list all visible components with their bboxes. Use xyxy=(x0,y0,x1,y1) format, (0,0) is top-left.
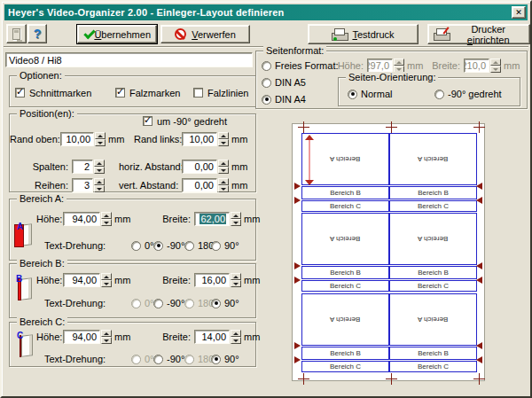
horiz-abstand-field[interactable]: 0,00 xyxy=(182,160,217,174)
fold-mark xyxy=(294,356,301,363)
orientierung-groupbox: Seiten-Orientierung: Normal -90° gedreht xyxy=(338,77,520,106)
bereich-b-breite-field[interactable]: 16,00 xyxy=(194,273,230,287)
printer-setup-button[interactable]: Drucker einrichten xyxy=(427,24,530,44)
mm-unit: mm xyxy=(112,332,130,342)
breite-label: Breite: xyxy=(162,214,194,224)
hoehe-label: Höhe: xyxy=(36,214,63,224)
vert-abstand-spinner[interactable] xyxy=(218,178,229,192)
bereich-c-hoehe-field[interactable]: 94,00 xyxy=(63,330,100,344)
mm-unit: mm xyxy=(241,332,260,342)
radio-icon xyxy=(131,241,141,251)
bereich-a-groupbox: Bereich A: A Höhe: 94,00 mm Breite: 62,0… xyxy=(9,199,256,261)
radio-icon xyxy=(262,61,271,71)
cut-mark xyxy=(298,373,309,385)
din-a4-radio[interactable]: DIN A4 xyxy=(262,94,306,105)
apply-button[interactable]: Übernehmen xyxy=(77,25,157,43)
rotated-checkbox[interactable]: um -90° gedreht xyxy=(140,115,230,127)
fold-mark xyxy=(476,197,482,204)
reihen-row: Reihen: 3 xyxy=(22,178,105,192)
bereich-c-breite-field[interactable]: 14,00 xyxy=(194,330,230,344)
bereich-c-legend: Bereich C: xyxy=(17,316,67,327)
bereich-a-deg0-radio[interactable]: 0° xyxy=(131,240,154,251)
gedreht-radio[interactable]: -90° gedreht xyxy=(434,89,502,99)
bereich-b-degm90-radio[interactable]: -90° xyxy=(153,298,184,308)
bereich-c-deg90-radio[interactable]: 90° xyxy=(211,354,239,364)
schnittmarken-checkbox[interactable]: Schnittmarken xyxy=(15,87,91,98)
testprint-button[interactable]: Testdruck xyxy=(308,24,419,44)
bereich-b-breite-spinner[interactable] xyxy=(231,273,241,287)
measure-arrow xyxy=(305,135,313,185)
checkbox-check-icon xyxy=(143,116,153,126)
din-a5-radio[interactable]: DIN A5 xyxy=(262,77,306,88)
rand-oben-spinner[interactable] xyxy=(95,132,106,146)
bereich-a-hoehe-spinner[interactable] xyxy=(101,212,112,226)
falzmarken-checkbox[interactable]: Falzmarken xyxy=(115,87,180,98)
format-name-input[interactable] xyxy=(5,52,253,67)
close-button[interactable]: ✕ xyxy=(512,6,526,19)
preview-band-c: Bereich C xyxy=(301,280,389,292)
preview-column-2: Bereich ABereich BBereich C Bereich ABer… xyxy=(389,133,477,373)
testprint-button-label: Testdruck xyxy=(352,29,394,40)
help-icon: ? xyxy=(34,27,42,41)
rand-links-spinner[interactable] xyxy=(218,132,229,146)
spalten-row: Spalten: 2 xyxy=(22,160,105,174)
fold-mark xyxy=(294,342,301,349)
horiz-abstand-spinner[interactable] xyxy=(218,160,229,174)
bereich-a-degm90-radio[interactable]: -90° xyxy=(153,240,184,251)
bereich-c-breite-row: Breite: 14,00 mm xyxy=(162,330,260,344)
reihen-spinner[interactable] xyxy=(94,178,105,192)
preview-window-button[interactable] xyxy=(6,24,27,43)
radio-icon xyxy=(184,299,194,308)
preview-band-b: Bereich B xyxy=(389,266,477,279)
seiten-breite-label: Breite: xyxy=(373,60,464,71)
mm-unit: mm xyxy=(241,214,260,224)
radio-icon xyxy=(153,299,163,308)
bereich-a-deg90-radio[interactable]: 90° xyxy=(211,240,239,251)
normal-radio[interactable]: Normal xyxy=(348,89,392,99)
preview-band-b: Bereich B xyxy=(389,347,477,360)
bereich-b-drehung-label: Text-Drehung: xyxy=(44,298,106,308)
title-bar[interactable]: Heyer's Video-Organizer 2.00 - Einleger-… xyxy=(4,4,528,20)
fold-mark xyxy=(476,342,482,349)
bereich-a-breite-spinner[interactable] xyxy=(231,212,241,226)
bereich-c-hoehe-spinner[interactable] xyxy=(101,330,112,344)
preview-band-a: Bereich A xyxy=(389,293,477,346)
preview-band-c: Bereich C xyxy=(389,361,477,372)
mm-unit: mm xyxy=(229,134,247,144)
bereich-b-breite-row: Breite: 16,00 mm xyxy=(162,273,260,287)
seiten-breite-field: 210,0 xyxy=(464,59,489,73)
discard-button[interactable]: Verwerfen xyxy=(160,25,250,43)
orientierung-legend: Seiten-Orientierung: xyxy=(346,72,438,82)
reihen-field[interactable]: 3 xyxy=(72,178,93,192)
falzlinien-checkbox[interactable]: Falzlinien xyxy=(193,87,248,98)
mm-unit: mm xyxy=(112,214,130,224)
horiz-abstand-label: horiz. Abstand: xyxy=(119,161,182,172)
vert-abstand-field[interactable]: 0,00 xyxy=(182,178,217,192)
rand-links-field[interactable]: 10,00 xyxy=(182,132,217,146)
mm-unit: mm xyxy=(241,275,260,285)
fold-mark xyxy=(476,262,482,269)
breite-label: Breite: xyxy=(162,275,194,285)
bereich-a-hoehe-field[interactable]: 94,00 xyxy=(63,212,100,226)
fold-mark xyxy=(476,356,482,363)
bereich-b-hoehe-field[interactable]: 94,00 xyxy=(63,273,100,287)
close-icon: ✕ xyxy=(515,8,522,17)
preview-content: Bereich ABereich BBereich C Bereich ABer… xyxy=(301,133,477,373)
fold-mark xyxy=(476,277,482,284)
bereich-b-legend: Bereich B: xyxy=(17,258,67,269)
bereich-c-breite-spinner[interactable] xyxy=(231,330,241,344)
spalten-spinner[interactable] xyxy=(94,160,105,174)
rand-oben-field[interactable]: 10,00 xyxy=(60,132,94,146)
spalten-field[interactable]: 2 xyxy=(72,160,93,174)
preview-band-b: Bereich B xyxy=(301,186,389,199)
rand-links-row: Rand links: 10,00 mm xyxy=(134,132,247,146)
bereich-b-groupbox: Bereich B: B Höhe: 94,00 mm Breite: 16,0… xyxy=(9,263,256,318)
bereich-a-breite-field[interactable]: 62,00 xyxy=(194,212,230,226)
bereich-c-degm90-radio[interactable]: -90° xyxy=(153,354,184,364)
mm-unit: mm xyxy=(229,180,247,191)
layout-preview-page: Bereich ABereich BBereich C Bereich ABer… xyxy=(292,123,485,381)
bereich-b-hoehe-spinner[interactable] xyxy=(101,273,112,287)
falzlinien-label: Falzlinien xyxy=(207,88,248,98)
bereich-b-deg90-radio[interactable]: 90° xyxy=(211,298,239,308)
help-button[interactable]: ? xyxy=(27,24,47,43)
